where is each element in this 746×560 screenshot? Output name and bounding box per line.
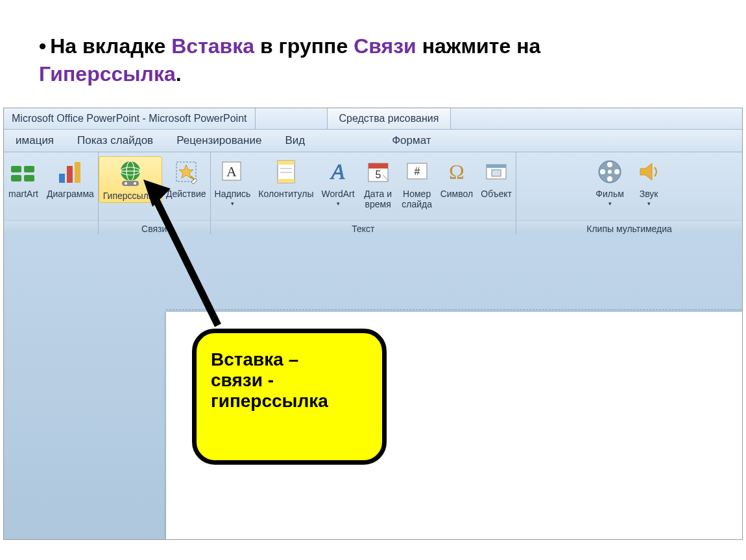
ribbon-group-illustrations: martArt Диаграмма [4, 152, 99, 235]
svg-rect-19 [278, 161, 295, 165]
button-label: martArt [8, 189, 38, 199]
contextual-tab-title: Средства рисования [327, 108, 451, 129]
tab-review[interactable]: Рецензирование [165, 134, 273, 147]
highlight-group: Связи [354, 34, 416, 58]
svg-rect-6 [75, 162, 80, 183]
svg-rect-32 [492, 170, 501, 176]
svg-text:5: 5 [375, 169, 381, 180]
svg-rect-2 [11, 175, 21, 181]
window-title: Microsoft Office PowerPoint - Microsoft … [4, 108, 256, 129]
action-star-icon [171, 156, 202, 187]
speaker-icon [633, 156, 664, 187]
button-label: Дата и время [364, 189, 392, 209]
svg-point-36 [614, 169, 620, 174]
object-icon [481, 156, 512, 187]
svg-rect-0 [11, 166, 21, 172]
textbox-button[interactable]: A Надпись ▾ [211, 156, 255, 207]
text-part: в группе [260, 34, 348, 58]
text-part: . [176, 62, 182, 86]
ribbon-tabs: имация Показ слайдов Рецензирование Вид … [4, 130, 742, 152]
svg-rect-20 [278, 179, 295, 183]
hyperlink-button[interactable]: Гиперссылка [99, 156, 162, 203]
omega-icon: Ω [441, 156, 472, 187]
button-label: Звук [640, 189, 658, 199]
svg-point-37 [607, 176, 612, 181]
chart-button[interactable]: Диаграмма [43, 156, 98, 199]
group-name-blank [4, 220, 98, 235]
button-label: Колонтитулы [258, 189, 313, 199]
ribbon-group-links: Гиперссылка Действие Связи [99, 152, 211, 235]
svg-point-38 [608, 170, 612, 174]
svg-rect-4 [59, 174, 65, 183]
svg-text:A: A [227, 163, 237, 180]
symbol-button[interactable]: Ω Символ [437, 156, 477, 199]
datetime-button[interactable]: 5 Дата и время [359, 156, 398, 209]
movie-button[interactable]: Фильм ▾ [590, 156, 629, 207]
svg-rect-25 [368, 163, 388, 169]
svg-rect-3 [24, 175, 34, 181]
callout-line: гиперссылка [211, 391, 368, 412]
svg-point-12 [125, 182, 127, 185]
tab-view[interactable]: Вид [273, 134, 317, 147]
svg-rect-5 [67, 166, 73, 183]
textbox-icon: A [217, 156, 248, 187]
group-name-text: Текст [211, 220, 516, 235]
tab-animation[interactable]: имация [4, 134, 66, 147]
button-label: WordArt [322, 189, 355, 199]
film-reel-icon [594, 156, 625, 187]
globe-link-icon [115, 158, 146, 189]
window-titlebar: Microsoft Office PowerPoint - Microsoft … [4, 108, 742, 130]
wordart-button[interactable]: A WordArt ▾ [318, 156, 359, 207]
button-label: Диаграмма [47, 189, 94, 199]
highlight-button: Гиперссылка [39, 62, 176, 86]
button-label: Символ [440, 189, 473, 199]
smartart-icon [8, 156, 39, 187]
dropdown-icon: ▾ [337, 200, 340, 207]
dropdown-icon: ▾ [647, 200, 651, 207]
text-part: На вкладке [50, 34, 165, 58]
group-name-links: Связи [99, 220, 210, 235]
instruction-text: •На вкладке Вставка в группе Связи нажми… [0, 0, 746, 101]
highlight-tab: Вставка [171, 34, 254, 58]
calendar-icon: 5 [363, 156, 394, 187]
action-button[interactable]: Действие [162, 156, 210, 199]
dropdown-icon: ▾ [608, 200, 612, 207]
sound-button[interactable]: Звук ▾ [629, 156, 668, 207]
svg-point-13 [134, 182, 136, 185]
svg-rect-1 [24, 166, 34, 172]
svg-marker-39 [640, 163, 652, 180]
button-label: Объект [481, 189, 512, 199]
tab-format[interactable]: Формат [380, 134, 442, 147]
text-part: нажмите на [422, 34, 541, 58]
object-button[interactable]: Объект [477, 156, 516, 199]
ribbon: martArt Диаграмма Гиперссылка [4, 152, 742, 236]
button-label: Действие [166, 189, 206, 199]
svg-text:#: # [414, 166, 420, 177]
button-label: Надпись [215, 189, 251, 199]
chart-icon [54, 156, 86, 187]
ruler [166, 309, 742, 311]
dropdown-icon: ▾ [231, 200, 234, 207]
callout-line: связи - [211, 370, 368, 391]
slidenumber-icon: # [402, 156, 433, 187]
ribbon-group-media: Фильм ▾ Звук ▾ Клипы мультимедиа [516, 152, 742, 235]
button-label: Номер слайда [402, 189, 432, 209]
callout-line: Вставка – [211, 349, 368, 370]
slidenumber-button[interactable]: # Номер слайда [398, 156, 437, 209]
wordart-icon: A [322, 156, 354, 187]
annotation-callout: Вставка – связи - гиперссылка [192, 329, 387, 465]
svg-rect-11 [122, 181, 139, 186]
svg-point-34 [607, 162, 612, 167]
powerpoint-screenshot: Microsoft Office PowerPoint - Microsoft … [3, 108, 743, 540]
tab-slideshow[interactable]: Показ слайдов [66, 134, 165, 147]
svg-text:Ω: Ω [449, 160, 464, 183]
svg-text:A: A [330, 159, 345, 183]
ribbon-group-text: A Надпись ▾ Колонтитулы A WordArt [211, 152, 517, 235]
smartart-button[interactable]: martArt [4, 156, 43, 199]
headerfooter-button[interactable]: Колонтитулы [254, 156, 317, 199]
svg-point-35 [600, 169, 605, 174]
button-label: Фильм [596, 189, 624, 199]
button-label: Гиперссылка [103, 191, 158, 201]
bullet-icon: • [39, 32, 46, 60]
group-name-media: Клипы мультимедиа [516, 220, 742, 235]
